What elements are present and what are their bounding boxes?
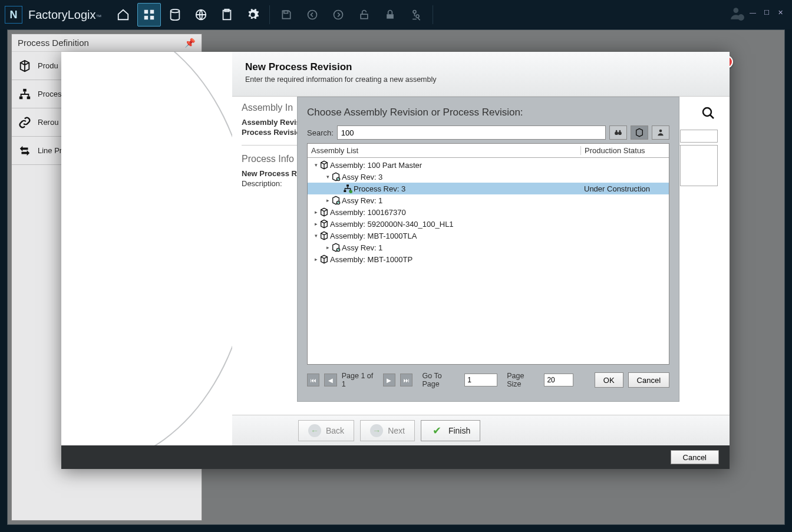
tree-status: Under Construction bbox=[580, 184, 669, 193]
wizard-title: New Process Revision bbox=[245, 61, 717, 73]
asm-icon bbox=[319, 255, 330, 264]
svg-rect-27 bbox=[344, 190, 346, 192]
main-toolbar: N FactoryLogix™ bbox=[0, 0, 792, 29]
finish-button[interactable]: ✔ Finish bbox=[421, 420, 480, 441]
db-icon[interactable] bbox=[163, 3, 187, 27]
expander-icon[interactable]: ▸ bbox=[312, 256, 319, 262]
expander-icon[interactable]: ▾ bbox=[312, 233, 319, 239]
prev-page-icon[interactable]: ◀ bbox=[324, 374, 336, 386]
assembly-revision-picker: Choose Assembly Revision or Process Revi… bbox=[297, 97, 679, 402]
next-button[interactable]: → Next bbox=[360, 420, 415, 441]
window-controls: — ☐ ✕ bbox=[730, 6, 787, 21]
svg-rect-8 bbox=[283, 11, 288, 13]
tree-label: Assembly: 100 Part Master bbox=[330, 161, 580, 170]
wizard-nav: ← Back → Next ✔ Finish bbox=[232, 415, 730, 445]
maximize-icon[interactable]: ☐ bbox=[764, 9, 773, 18]
assembly-tree: ▾Assembly: 100 Part Master▾Assy Rev: 3Pr… bbox=[308, 158, 669, 266]
tree-row[interactable]: Process Rev: 3Under Construction bbox=[308, 183, 669, 194]
tree-row[interactable]: ▾Assembly: 100 Part Master bbox=[308, 159, 669, 171]
wizard-footer: Cancel bbox=[61, 445, 730, 469]
tree-row[interactable]: ▸Assembly: 5920000N-340_100_HL1 bbox=[308, 218, 669, 230]
picker-title: Choose Assembly Revision or Process Revi… bbox=[307, 107, 669, 118]
expander-icon[interactable]: ▸ bbox=[312, 209, 319, 215]
filter-binoculars-icon[interactable] bbox=[609, 125, 627, 140]
home-icon[interactable] bbox=[111, 3, 135, 27]
lock-icon[interactable] bbox=[378, 3, 402, 27]
asm-icon bbox=[319, 160, 330, 170]
svg-rect-26 bbox=[346, 184, 349, 186]
gear-icon[interactable] bbox=[241, 3, 265, 27]
arrow-right-icon: → bbox=[370, 424, 383, 437]
tree-row[interactable]: ▾Assembly: MBT-1000TLA bbox=[308, 230, 669, 242]
page-size-select[interactable] bbox=[544, 374, 573, 386]
asm-icon bbox=[319, 207, 330, 217]
tree-label: Assy Rev: 1 bbox=[342, 243, 580, 252]
forward-icon[interactable] bbox=[326, 3, 350, 27]
svg-rect-1 bbox=[150, 10, 153, 14]
cancel-button[interactable]: Cancel bbox=[628, 372, 669, 388]
back-button[interactable]: ← Back bbox=[298, 420, 354, 441]
description-textarea[interactable] bbox=[680, 145, 718, 186]
svg-point-24 bbox=[659, 130, 662, 133]
svg-point-10 bbox=[334, 11, 342, 19]
svg-point-29 bbox=[349, 190, 352, 193]
svg-point-4 bbox=[170, 9, 179, 13]
picker-search-row: Search: bbox=[307, 125, 669, 140]
expander-icon[interactable]: ▸ bbox=[324, 244, 331, 250]
svg-point-20 bbox=[615, 131, 618, 135]
proc-icon bbox=[343, 184, 354, 193]
svg-rect-23 bbox=[619, 130, 621, 132]
tree-label: Assembly: 5920000N-340_100_HL1 bbox=[330, 220, 580, 229]
tree-row[interactable]: ▸Assembly: 100167370 bbox=[308, 206, 669, 218]
clipboard-icon[interactable] bbox=[215, 3, 239, 27]
tree-row[interactable]: ▾Assy Rev: 3 bbox=[308, 171, 669, 183]
tree-label: Assembly: 100167370 bbox=[330, 208, 580, 217]
ok-button[interactable]: OK bbox=[595, 372, 623, 388]
tree-row[interactable]: ▸Assembly: MBT-1000TP bbox=[308, 253, 669, 265]
search-icon[interactable] bbox=[701, 106, 715, 120]
tree-label: Assy Rev: 1 bbox=[342, 196, 580, 205]
svg-point-13 bbox=[413, 11, 416, 14]
svg-point-21 bbox=[618, 131, 622, 135]
minimize-icon[interactable]: — bbox=[750, 9, 759, 18]
tree-row[interactable]: ▸Assy Rev: 1 bbox=[308, 194, 669, 206]
filter-assembly-icon[interactable] bbox=[631, 125, 648, 140]
footer-cancel-button[interactable]: Cancel bbox=[671, 450, 719, 464]
search-input[interactable] bbox=[337, 125, 606, 140]
next-page-icon[interactable]: ▶ bbox=[383, 374, 395, 386]
first-page-icon[interactable]: ⏮ bbox=[307, 374, 319, 386]
tree-label: Assy Rev: 3 bbox=[342, 173, 580, 181]
logo-badge: N bbox=[5, 6, 22, 24]
inspect-icon[interactable] bbox=[404, 3, 428, 27]
globe-icon[interactable] bbox=[189, 3, 213, 27]
close-icon[interactable]: ✕ bbox=[778, 9, 787, 18]
grid-icon[interactable] bbox=[137, 3, 161, 27]
asm-icon bbox=[319, 231, 330, 240]
goto-page-input[interactable] bbox=[464, 374, 497, 386]
svg-rect-3 bbox=[150, 16, 153, 19]
svg-rect-11 bbox=[361, 14, 368, 18]
unlock-icon[interactable] bbox=[352, 3, 376, 27]
filter-user-icon[interactable] bbox=[652, 125, 669, 140]
back-icon[interactable] bbox=[301, 3, 324, 27]
svg-rect-12 bbox=[387, 14, 394, 18]
user-status-icon[interactable] bbox=[730, 6, 745, 21]
expander-icon[interactable]: ▾ bbox=[324, 174, 331, 180]
revision-name-input[interactable] bbox=[680, 130, 718, 143]
tree-label: Assembly: MBT-1000TP bbox=[330, 255, 580, 264]
page-info: Page 1 of 1 bbox=[342, 372, 378, 388]
separator bbox=[433, 5, 433, 24]
expander-icon[interactable]: ▸ bbox=[312, 221, 319, 227]
separator bbox=[269, 5, 270, 24]
rev-icon bbox=[331, 243, 342, 252]
save-icon[interactable] bbox=[275, 3, 298, 27]
expander-icon[interactable]: ▾ bbox=[312, 162, 319, 168]
column-production-status[interactable]: Production Status bbox=[580, 146, 669, 155]
expander-icon[interactable]: ▸ bbox=[324, 197, 331, 203]
last-page-icon[interactable]: ⏭ bbox=[400, 374, 412, 386]
wizard-body: Assembly In Assembly Revisio Process Rev… bbox=[232, 97, 730, 415]
tree-row[interactable]: ▸Assy Rev: 1 bbox=[308, 242, 669, 253]
column-assembly-list[interactable]: Assembly List bbox=[308, 146, 580, 155]
wizard-sidebar-curve bbox=[61, 52, 232, 445]
svg-point-19 bbox=[703, 108, 711, 116]
